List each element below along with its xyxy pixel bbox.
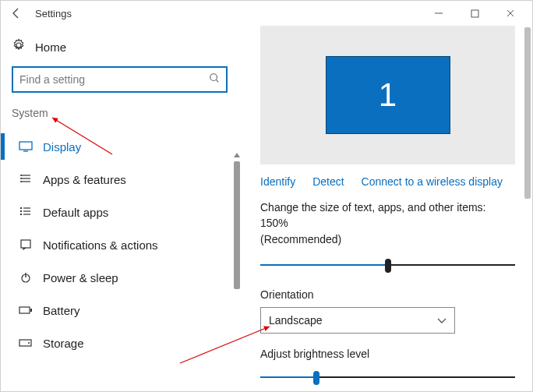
sidebar-item-label: Notifications & actions: [43, 238, 158, 252]
search-icon: [209, 72, 220, 87]
sidebar-item-label: Display: [43, 140, 81, 154]
power-icon: [16, 271, 35, 284]
brightness-label: Adjust brightness level: [260, 348, 515, 360]
orientation-value: Landscape: [269, 314, 323, 327]
svg-rect-18: [21, 240, 30, 248]
close-icon: [506, 9, 515, 18]
sidebar-item-label: Storage: [43, 337, 84, 350]
sidebar-item-apps[interactable]: Apps & features: [12, 163, 228, 196]
detect-link[interactable]: Detect: [312, 175, 344, 188]
svg-point-2: [210, 74, 217, 81]
storage-icon: [16, 338, 35, 348]
orientation-dropdown[interactable]: Landscape: [260, 307, 455, 334]
orientation-label: Orientation: [260, 288, 515, 301]
monitor-preview-area: 1: [260, 26, 515, 164]
brightness-slider-handle[interactable]: [313, 371, 319, 385]
arrow-left-icon: [10, 7, 23, 19]
window-title: Settings: [35, 8, 72, 19]
scale-slider-handle[interactable]: [385, 259, 391, 273]
sidebar-item-display[interactable]: Display: [12, 130, 228, 163]
svg-rect-15: [20, 207, 22, 209]
display-icon: [16, 141, 35, 152]
chevron-down-icon: [437, 314, 447, 327]
gear-icon: [12, 38, 26, 55]
minimize-icon: [434, 9, 443, 18]
scale-slider[interactable]: [260, 257, 515, 273]
monitor-number: 1: [379, 76, 397, 114]
back-button[interactable]: [7, 4, 26, 23]
identify-link[interactable]: Identify: [260, 175, 295, 188]
svg-rect-21: [19, 307, 30, 313]
svg-point-24: [28, 342, 30, 344]
svg-line-3: [217, 80, 219, 83]
maximize-icon: [471, 9, 479, 18]
home-row[interactable]: Home: [12, 38, 228, 55]
sidebar-item-default-apps[interactable]: Default apps: [12, 196, 228, 228]
search-box[interactable]: [12, 66, 228, 93]
defaults-icon: [16, 206, 35, 218]
sidebar-item-label: Battery: [43, 304, 80, 317]
svg-point-11: [20, 181, 22, 182]
minimize-button[interactable]: [423, 2, 454, 24]
sidebar-item-notifications[interactable]: Notifications & actions: [12, 228, 228, 261]
svg-rect-4: [19, 142, 32, 150]
brightness-slider[interactable]: [260, 369, 515, 385]
maximize-button[interactable]: [459, 2, 490, 24]
main-scrollbar-thumb[interactable]: [524, 27, 531, 199]
sidebar-item-battery[interactable]: Battery: [12, 294, 228, 327]
sidebar-item-storage[interactable]: Storage: [12, 327, 228, 359]
battery-icon: [16, 305, 35, 315]
monitor-1[interactable]: 1: [326, 56, 450, 134]
svg-rect-16: [20, 210, 22, 212]
apps-icon: [16, 173, 35, 185]
scale-label-line2: (Recommended): [260, 232, 515, 248]
section-label: System: [12, 107, 228, 119]
sidebar-item-label: Apps & features: [43, 173, 126, 186]
svg-point-10: [20, 178, 22, 179]
svg-rect-17: [20, 214, 22, 215]
home-label: Home: [35, 41, 66, 54]
sidebar-item-label: Power & sleep: [43, 271, 118, 284]
scale-label-line1: Change the size of text, apps, and other…: [260, 200, 515, 231]
connect-wireless-link[interactable]: Connect to a wireless display: [362, 175, 503, 188]
close-button[interactable]: [495, 2, 526, 24]
sidebar-item-power[interactable]: Power & sleep: [12, 261, 228, 294]
svg-rect-1: [471, 10, 478, 17]
search-input[interactable]: [19, 73, 209, 86]
sidebar-item-label: Default apps: [43, 206, 108, 219]
notifications-icon: [16, 238, 35, 251]
svg-point-9: [20, 175, 22, 176]
svg-rect-22: [30, 309, 32, 312]
